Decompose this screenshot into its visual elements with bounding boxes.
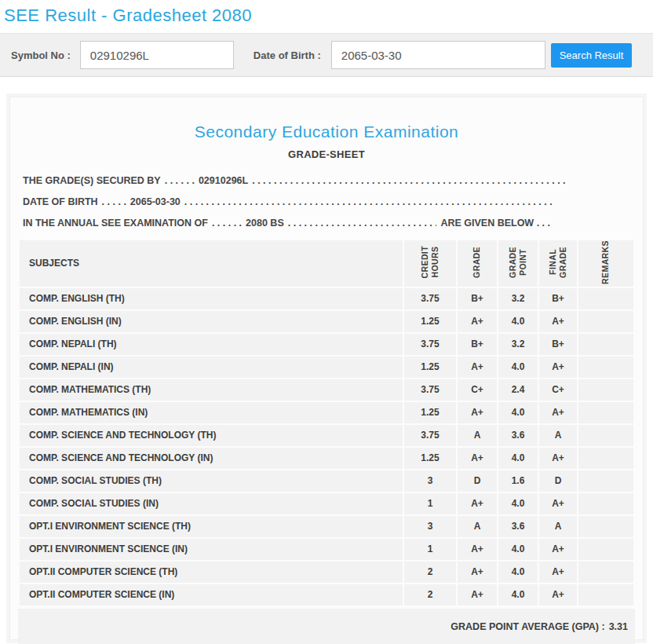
grade-cell: A+ — [458, 493, 497, 514]
remarks-cell — [578, 470, 633, 492]
line1-filler-dots: . . . . . . . . . . . . . . . . . . . . … — [252, 175, 566, 186]
grade-point-cell: 3.2 — [498, 288, 538, 309]
grade-point-cell: 3.6 — [498, 425, 538, 446]
credit-hours-cell: 3 — [404, 516, 456, 537]
line3-prefix: IN THE ANNUAL SEE EXAMINATION OF — [23, 218, 208, 229]
subject-cell: OPT.I ENVIRONMENT SCIENCE (IN) — [20, 539, 403, 560]
line3-filler-dots: . . . . . . . . . . . . . . . . . . . . … — [288, 218, 437, 229]
grade-point-cell: 4.0 — [498, 402, 538, 423]
exam-title: Secondary Education Examination — [18, 123, 635, 141]
subject-cell: COMP. NEPALI (TH) — [20, 334, 403, 355]
remarks-cell — [578, 311, 633, 332]
col-header-credit-hours: CREDIT HOURS — [404, 240, 456, 287]
final-grade-cell: B+ — [539, 288, 577, 309]
grade-cell: A — [458, 425, 497, 446]
date-of-birth-label: Date of Birth : — [254, 49, 321, 61]
grade-point-cell: 4.0 — [498, 311, 538, 332]
grade-point-cell: 4.0 — [498, 562, 538, 583]
final-grade-cell: A+ — [539, 357, 577, 378]
line2-dob-value: 2065-03-30 — [130, 196, 181, 207]
subject-cell: COMP. SOCIAL STUDIES (IN) — [20, 493, 403, 514]
line3-year-value: 2080 BS — [246, 218, 284, 229]
grade-cell: A+ — [458, 562, 497, 583]
gpa-label: GRADE POINT AVERAGE (GPA) : — [451, 621, 604, 632]
remarks-cell — [578, 379, 633, 401]
gradesheet-table: SUBJECTS CREDIT HOURS GRADE GRADE POINT … — [18, 239, 635, 607]
grade-cell: A+ — [458, 311, 497, 332]
table-row: COMP. MATHEMATICS (TH) 3.75 C+ 2.4 C+ — [20, 379, 633, 401]
remarks-cell — [578, 448, 633, 469]
subject-cell: COMP. ENGLISH (IN) — [20, 311, 403, 332]
table-header-row: SUBJECTS CREDIT HOURS GRADE GRADE POINT … — [20, 240, 633, 287]
grade-point-cell: 4.0 — [498, 357, 538, 378]
subject-cell: COMP. MATHEMATICS (TH) — [20, 379, 403, 401]
table-row: COMP. SOCIAL STUDIES (IN) 1 A+ 4.0 A+ — [20, 493, 633, 514]
final-grade-cell: D — [539, 470, 577, 492]
final-grade-cell: B+ — [539, 334, 577, 355]
statement-line-exam-year: IN THE ANNUAL SEE EXAMINATION OF . . . .… — [18, 218, 550, 229]
subject-cell: COMP. SCIENCE AND TECHNOLOGY (TH) — [20, 425, 403, 446]
subject-cell: COMP. SCIENCE AND TECHNOLOGY (IN) — [20, 448, 403, 469]
credit-hours-cell: 3.75 — [404, 334, 456, 355]
subject-cell: COMP. MATHEMATICS (IN) — [20, 402, 403, 423]
credit-hours-cell: 1.25 — [404, 357, 456, 378]
statement-lines: THE GRADE(S) SECURED BY . . . . . . 0291… — [18, 175, 635, 229]
table-row: COMP. ENGLISH (TH) 3.75 B+ 3.2 B+ — [20, 288, 633, 309]
credit-hours-cell: 3.75 — [404, 379, 456, 401]
credit-hours-cell: 1 — [404, 493, 456, 514]
table-row: COMP. SCIENCE AND TECHNOLOGY (TH) 3.75 A… — [20, 425, 633, 446]
grade-cell: A+ — [458, 584, 497, 606]
grade-point-cell: 4.0 — [498, 493, 538, 514]
line1-prefix: THE GRADE(S) SECURED BY — [23, 175, 161, 186]
credit-hours-cell: 3.75 — [404, 288, 456, 309]
table-row: COMP. SOCIAL STUDIES (TH) 3 D 1.6 D — [20, 470, 633, 492]
sheet-title: GRADE-SHEET — [18, 148, 635, 160]
grade-cell: B+ — [458, 334, 497, 355]
final-grade-cell: A+ — [539, 493, 577, 514]
table-row: OPT.II COMPUTER SCIENCE (IN) 2 A+ 4.0 A+ — [20, 584, 633, 606]
remarks-cell — [578, 288, 633, 309]
final-grade-cell: A+ — [539, 448, 577, 469]
remarks-cell — [578, 493, 633, 514]
table-row: COMP. NEPALI (TH) 3.75 B+ 3.2 B+ — [20, 334, 633, 355]
final-grade-cell: A+ — [539, 562, 577, 583]
grade-cell: A+ — [458, 448, 497, 469]
final-grade-cell: A+ — [539, 539, 577, 560]
grade-cell: A+ — [458, 402, 497, 423]
credit-hours-cell: 2 — [404, 562, 456, 583]
table-row: OPT.I ENVIRONMENT SCIENCE (TH) 3 A 3.6 A — [20, 516, 633, 537]
final-grade-cell: A+ — [539, 402, 577, 423]
line2-dots: . . . . . — [102, 196, 126, 207]
subject-cell: OPT.II COMPUTER SCIENCE (TH) — [20, 562, 403, 583]
grade-cell: A+ — [458, 539, 497, 560]
symbol-no-label: Symbol No : — [11, 49, 71, 61]
final-grade-cell: A — [539, 516, 577, 537]
grade-point-cell: 3.6 — [498, 516, 538, 537]
credit-hours-cell: 1.25 — [404, 402, 456, 423]
final-grade-cell: A — [539, 425, 577, 446]
subject-cell: COMP. ENGLISH (TH) — [20, 288, 403, 309]
grade-point-cell: 2.4 — [498, 379, 538, 401]
subject-cell: OPT.II COMPUTER SCIENCE (IN) — [20, 584, 403, 606]
credit-hours-cell: 1.25 — [404, 448, 456, 469]
grade-cell: B+ — [458, 288, 497, 309]
date-of-birth-input[interactable] — [331, 41, 545, 69]
remarks-cell — [578, 425, 633, 446]
grade-point-cell: 4.0 — [498, 584, 538, 606]
remarks-cell — [578, 334, 633, 355]
remarks-cell — [578, 584, 633, 606]
final-grade-cell: C+ — [539, 379, 577, 401]
col-header-final-grade: FINAL GRADE — [539, 240, 577, 287]
table-row: OPT.I ENVIRONMENT SCIENCE (IN) 1 A+ 4.0 … — [20, 539, 633, 560]
remarks-cell — [578, 562, 633, 583]
remarks-cell — [578, 357, 633, 378]
symbol-no-input[interactable] — [80, 41, 234, 69]
gradesheet-card: Secondary Education Examination GRADE-SH… — [9, 97, 644, 640]
search-bar: Symbol No : Date of Birth : Search Resul… — [0, 33, 653, 77]
table-row: COMP. SCIENCE AND TECHNOLOGY (IN) 1.25 A… — [20, 448, 633, 469]
grade-point-cell: 4.0 — [498, 448, 538, 469]
gpa-value: 3.31 — [609, 621, 628, 632]
credit-hours-cell: 3.75 — [404, 425, 456, 446]
remarks-cell — [578, 539, 633, 560]
search-result-button[interactable]: Search Result — [551, 43, 632, 68]
